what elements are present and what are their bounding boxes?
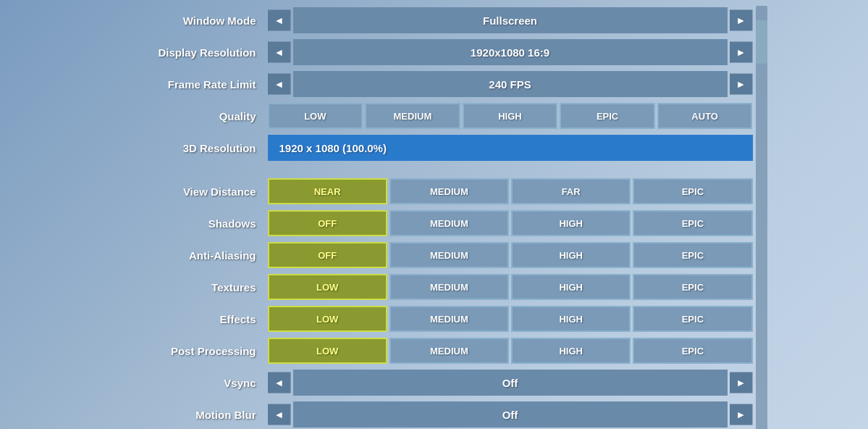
display-resolution-left-arrow[interactable]: ◄ <box>268 39 291 65</box>
3d-resolution-value: 1920 x 1080 (100.0%) <box>268 135 753 161</box>
shadows-epic-btn[interactable]: EPIC <box>633 210 752 236</box>
motion-blur-value: Off <box>293 401 728 428</box>
view-distance-far-btn[interactable]: FAR <box>511 178 631 204</box>
textures-epic-btn[interactable]: EPIC <box>633 274 752 300</box>
post-processing-row: Post Processing LOW MEDIUM HIGH EPIC <box>101 336 753 365</box>
quality-epic-btn[interactable]: EPIC <box>560 103 655 129</box>
textures-high-btn[interactable]: HIGH <box>511 274 631 300</box>
post-processing-medium-btn[interactable]: MEDIUM <box>389 338 509 364</box>
view-distance-medium-btn[interactable]: MEDIUM <box>389 178 509 204</box>
anti-aliasing-medium-btn[interactable]: MEDIUM <box>389 242 509 268</box>
view-distance-epic-btn[interactable]: EPIC <box>633 178 752 204</box>
post-processing-high-btn[interactable]: HIGH <box>511 338 631 364</box>
3d-resolution-row: 3D Resolution 1920 x 1080 (100.0%) <box>101 133 753 162</box>
anti-aliasing-high-btn[interactable]: HIGH <box>511 242 631 268</box>
display-resolution-row: Display Resolution ◄ 1920x1080 16:9 ► <box>101 38 753 67</box>
anti-aliasing-control: OFF MEDIUM HIGH EPIC <box>268 242 753 268</box>
view-distance-label: View Distance <box>101 186 268 198</box>
frame-rate-control: ◄ 240 FPS ► <box>268 71 753 97</box>
scrollbar-track[interactable] <box>756 6 767 429</box>
scrollbar-thumb[interactable] <box>756 20 767 64</box>
motion-blur-left-arrow[interactable]: ◄ <box>268 401 291 428</box>
textures-medium-btn[interactable]: MEDIUM <box>389 274 509 300</box>
textures-control: LOW MEDIUM HIGH EPIC <box>268 274 753 300</box>
window-mode-value: Fullscreen <box>293 7 728 33</box>
frame-rate-left-arrow[interactable]: ◄ <box>268 71 291 97</box>
post-processing-low-btn[interactable]: LOW <box>268 338 387 364</box>
motion-blur-control: ◄ Off ► <box>268 401 753 428</box>
motion-blur-label: Motion Blur <box>101 409 268 421</box>
view-distance-near-btn[interactable]: NEAR <box>268 178 387 204</box>
window-mode-control: ◄ Fullscreen ► <box>268 7 753 33</box>
textures-label: Textures <box>101 281 268 293</box>
textures-low-btn[interactable]: LOW <box>268 274 387 300</box>
spacer <box>101 165 753 177</box>
effects-medium-btn[interactable]: MEDIUM <box>389 306 509 332</box>
shadows-medium-btn[interactable]: MEDIUM <box>389 210 509 236</box>
frame-rate-value: 240 FPS <box>293 71 728 97</box>
shadows-label: Shadows <box>101 217 268 230</box>
vsync-label: Vsync <box>101 377 268 389</box>
vsync-control: ◄ Off ► <box>268 370 753 396</box>
frame-rate-row: Frame Rate Limit ◄ 240 FPS ► <box>101 70 753 99</box>
effects-low-btn[interactable]: LOW <box>268 306 387 332</box>
effects-control: LOW MEDIUM HIGH EPIC <box>268 306 753 332</box>
frame-rate-label: Frame Rate Limit <box>101 78 268 91</box>
anti-aliasing-label: Anti-Aliasing <box>101 249 268 262</box>
window-mode-left-arrow[interactable]: ◄ <box>268 7 291 33</box>
motion-blur-right-arrow[interactable]: ► <box>730 401 753 428</box>
vsync-value: Off <box>293 370 728 396</box>
3d-resolution-control: 1920 x 1080 (100.0%) <box>268 135 753 161</box>
effects-label: Effects <box>101 313 268 325</box>
effects-row: Effects LOW MEDIUM HIGH EPIC <box>101 304 753 333</box>
vsync-left-arrow[interactable]: ◄ <box>268 370 291 396</box>
post-processing-control: LOW MEDIUM HIGH EPIC <box>268 338 753 364</box>
quality-control: LOW MEDIUM HIGH EPIC AUTO <box>268 103 753 129</box>
textures-row: Textures LOW MEDIUM HIGH EPIC <box>101 272 753 301</box>
quality-label: Quality <box>101 110 268 122</box>
shadows-off-btn[interactable]: OFF <box>268 210 387 236</box>
3d-resolution-label: 3D Resolution <box>101 142 268 154</box>
anti-aliasing-epic-btn[interactable]: EPIC <box>633 242 752 268</box>
quality-row: Quality LOW MEDIUM HIGH EPIC AUTO <box>101 101 753 130</box>
shadows-control: OFF MEDIUM HIGH EPIC <box>268 210 753 236</box>
display-resolution-control: ◄ 1920x1080 16:9 ► <box>268 39 753 65</box>
display-resolution-right-arrow[interactable]: ► <box>730 39 753 65</box>
anti-aliasing-off-btn[interactable]: OFF <box>268 242 387 268</box>
quality-medium-btn[interactable]: MEDIUM <box>365 103 460 129</box>
view-distance-control: NEAR MEDIUM FAR EPIC <box>268 178 753 204</box>
anti-aliasing-row: Anti-Aliasing OFF MEDIUM HIGH EPIC <box>101 241 753 270</box>
quality-low-btn[interactable]: LOW <box>268 103 363 129</box>
effects-epic-btn[interactable]: EPIC <box>633 306 752 332</box>
quality-high-btn[interactable]: HIGH <box>463 103 558 129</box>
window-mode-row: Window Mode ◄ Fullscreen ► <box>101 6 753 35</box>
vsync-right-arrow[interactable]: ► <box>730 370 753 396</box>
display-resolution-value: 1920x1080 16:9 <box>293 39 728 65</box>
shadows-row: Shadows OFF MEDIUM HIGH EPIC <box>101 209 753 238</box>
shadows-high-btn[interactable]: HIGH <box>511 210 631 236</box>
window-mode-right-arrow[interactable]: ► <box>730 7 753 33</box>
main-content: Window Mode ◄ Fullscreen ► Display Resol… <box>101 6 753 429</box>
display-resolution-label: Display Resolution <box>101 46 268 59</box>
motion-blur-row: Motion Blur ◄ Off ► <box>101 400 753 429</box>
quality-auto-btn[interactable]: AUTO <box>657 103 753 129</box>
vsync-row: Vsync ◄ Off ► <box>101 368 753 397</box>
frame-rate-right-arrow[interactable]: ► <box>730 71 753 97</box>
settings-panel: Window Mode ◄ Fullscreen ► Display Resol… <box>101 0 767 429</box>
window-mode-label: Window Mode <box>101 14 268 27</box>
view-distance-row: View Distance NEAR MEDIUM FAR EPIC <box>101 177 753 206</box>
post-processing-label: Post Processing <box>101 345 268 357</box>
effects-high-btn[interactable]: HIGH <box>511 306 631 332</box>
post-processing-epic-btn[interactable]: EPIC <box>633 338 752 364</box>
